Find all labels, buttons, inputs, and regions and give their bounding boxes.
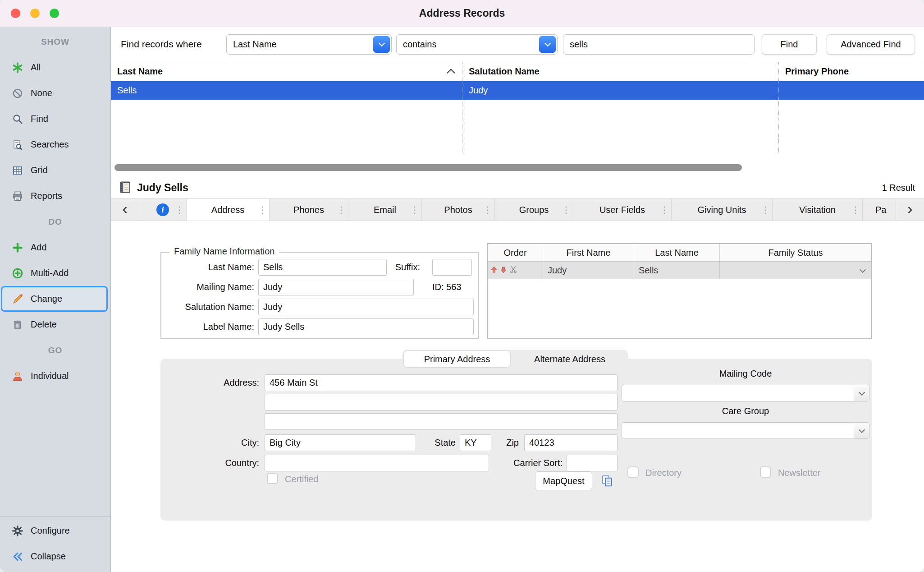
tab-alternate-address[interactable]: Alternate Address — [512, 350, 628, 369]
sidebar-footer: Configure Collapse — [0, 517, 110, 569]
copy-address-icon[interactable] — [599, 472, 616, 489]
window-title: Address Records — [0, 0, 924, 27]
tab-grip-icon: ⋮ — [175, 204, 184, 215]
sidebar-section-do: DO — [0, 209, 110, 235]
tab-phones[interactable]: Phones ⋮ — [270, 199, 348, 221]
tab-photos[interactable]: Photos ⋮ — [422, 199, 495, 221]
sidebar-item-find[interactable]: Find — [0, 106, 110, 132]
table-row-selected[interactable]: Sells Judy — [111, 81, 924, 100]
carrier-sort-input[interactable] — [567, 455, 618, 471]
search-value-input[interactable] — [563, 34, 755, 55]
care-group-select[interactable] — [622, 422, 869, 439]
find-button[interactable]: Find — [762, 34, 817, 55]
tab-label: Groups — [519, 205, 549, 215]
label-name-input[interactable] — [258, 318, 474, 335]
sidebar-item-multi-add[interactable]: Multi-Add — [0, 260, 110, 286]
tab-primary-address[interactable]: Primary Address — [404, 351, 510, 367]
plus-icon — [11, 242, 24, 253]
sidebar-item-searches[interactable]: Searches — [0, 132, 110, 157]
cell-salutation-name: Judy — [462, 81, 779, 100]
circle-plus-icon — [11, 268, 24, 279]
results-table: Last Name Salutation Name Primary Phone … — [111, 62, 924, 177]
column-header-primary-phone[interactable]: Primary Phone — [779, 62, 924, 81]
chevron-down-icon — [854, 385, 869, 401]
sidebar-item-change[interactable]: Change — [1, 286, 108, 312]
tab-address[interactable]: Address ⋮ — [187, 199, 270, 221]
tab-truncated[interactable]: Pa — [863, 199, 896, 221]
trash-icon — [11, 319, 24, 330]
city-input[interactable] — [265, 434, 416, 451]
zip-label: Zip — [496, 438, 519, 448]
chevron-down-icon — [539, 36, 556, 53]
sidebar-item-configure[interactable]: Configure — [0, 518, 110, 544]
mailing-name-input[interactable] — [258, 279, 414, 295]
result-count: 1 Result — [882, 183, 915, 193]
state-input[interactable] — [460, 434, 491, 451]
tab-giving-units[interactable]: Giving Units ⋮ — [672, 199, 773, 221]
sidebar-item-grid[interactable]: Grid — [0, 157, 110, 183]
family-status-select[interactable] — [720, 262, 871, 279]
tab-scroll-left-button[interactable]: ‹ — [111, 199, 139, 221]
salutation-name-input[interactable] — [258, 299, 474, 315]
sidebar-item-label: Find — [31, 114, 48, 124]
tab-grip-icon: ⋮ — [761, 204, 770, 215]
zip-input[interactable] — [524, 434, 618, 451]
address-line1-input[interactable] — [265, 374, 618, 391]
address-line2-input[interactable] — [265, 394, 618, 411]
mapquest-button[interactable]: MapQuest — [535, 471, 592, 490]
tab-visitation[interactable]: Visitation ⋮ — [773, 199, 863, 221]
family-member-row[interactable]: Judy Sells — [488, 262, 871, 279]
last-name-input[interactable] — [258, 259, 387, 276]
order-controls — [488, 262, 543, 279]
sidebar-item-delete[interactable]: Delete — [0, 312, 110, 337]
address-line3-input[interactable] — [265, 413, 618, 430]
tab-label: User Fields — [599, 205, 645, 215]
app-window: Address Records SHOW All None Find — [0, 0, 924, 572]
sidebar-item-reports[interactable]: Reports — [0, 183, 110, 209]
sort-ascending-icon — [447, 69, 455, 77]
sidebar-item-individual[interactable]: Individual — [0, 363, 110, 389]
sidebar-item-all[interactable]: All — [0, 55, 110, 80]
search-operator-select[interactable]: contains — [396, 34, 558, 55]
tab-user-fields[interactable]: User Fields ⋮ — [573, 199, 672, 221]
address-label: Address: — [160, 378, 259, 388]
column-header-salutation-name[interactable]: Salutation Name — [462, 62, 779, 81]
tab-info[interactable]: i ⋮ — [139, 199, 187, 221]
country-input[interactable] — [265, 455, 489, 471]
label-name-label: Label Name: — [161, 322, 254, 332]
sidebar-item-none[interactable]: None — [0, 80, 110, 106]
sidebar-item-collapse[interactable]: Collapse — [0, 544, 110, 569]
care-group-label: Care Group — [622, 406, 869, 416]
sidebar-item-label: All — [31, 62, 41, 73]
move-up-button[interactable] — [490, 265, 498, 276]
suffix-input[interactable] — [432, 259, 472, 276]
column-header-last-name[interactable]: Last Name — [111, 62, 462, 81]
salutation-name-label: Salutation Name: — [161, 302, 254, 312]
horizontal-scrollbar[interactable] — [114, 164, 742, 171]
main-area: Find records where Last Name contains Fi… — [111, 27, 924, 572]
sidebar-item-add[interactable]: Add — [0, 235, 110, 260]
table-row-empty — [111, 137, 924, 155]
advanced-find-button[interactable]: Advanced Find — [827, 34, 915, 55]
directory-checkbox[interactable] — [627, 466, 639, 478]
sidebar: SHOW All None Find Searches — [0, 27, 111, 572]
sidebar-item-label: Change — [31, 294, 62, 304]
find-records-where-label: Find records where — [121, 39, 202, 50]
tab-groups[interactable]: Groups ⋮ — [495, 199, 573, 221]
tab-email[interactable]: Email ⋮ — [348, 199, 422, 221]
results-header-row: Last Name Salutation Name Primary Phone — [111, 62, 924, 81]
group-legend: Family Name Information — [169, 246, 279, 257]
search-field-select[interactable]: Last Name — [226, 34, 392, 55]
column-header-order: Order — [488, 244, 543, 261]
tab-grip-icon: ⋮ — [258, 204, 267, 215]
mailing-code-select[interactable] — [622, 385, 869, 401]
sidebar-item-label: Collapse — [31, 551, 66, 562]
record-name: Judy Sells — [137, 182, 188, 194]
tab-scroll-right-button[interactable]: › — [896, 199, 924, 221]
certified-checkbox[interactable] — [267, 473, 278, 484]
newsletter-checkbox[interactable] — [760, 466, 771, 478]
move-down-button[interactable] — [500, 265, 507, 276]
cut-button[interactable] — [509, 265, 517, 276]
double-chevron-left-icon — [11, 551, 24, 563]
carrier-sort-label: Carrier Sort: — [458, 458, 563, 468]
